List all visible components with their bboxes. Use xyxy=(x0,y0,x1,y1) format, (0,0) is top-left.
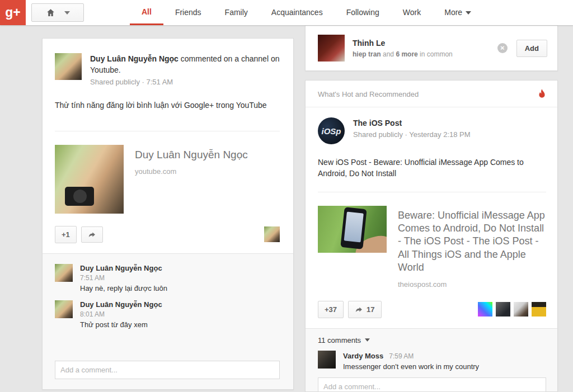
tab-family[interactable]: Family xyxy=(213,0,260,25)
attachment-source: youtube.com xyxy=(135,167,248,176)
comment-time: 7:59 AM xyxy=(389,352,414,360)
tab-more[interactable]: More xyxy=(433,0,483,25)
section-title: What's Hot and Recommended xyxy=(318,90,538,98)
post-author-name[interactable]: Duy Luân Nguyễn Ngọc xyxy=(90,54,179,63)
comment-author[interactable]: Vardy Moss xyxy=(343,352,383,360)
link-attachment[interactable]: Beware: Unofficial iMessage App Comes to… xyxy=(318,192,546,289)
chevron-down-icon xyxy=(64,11,70,15)
comment-author[interactable]: Duy Luân Nguyễn Ngọc xyxy=(80,264,167,272)
comments-section: Duy Luân Nguyễn Ngọc 7:51 AM Hay nè, rep… xyxy=(43,253,293,389)
post-body-text: Thử tính năng đăng lời bình luận với Goo… xyxy=(55,101,280,110)
post-meta: Shared publicly · Yesterday 2:18 PM xyxy=(353,130,546,139)
comment: Duy Luân Nguyễn Ngọc 7:51 AM Hay nè, rep… xyxy=(55,264,280,292)
attachment-thumbnail[interactable] xyxy=(318,206,387,253)
whats-hot-header: What's Hot and Recommended xyxy=(306,81,557,107)
share-button[interactable]: 17 xyxy=(348,301,381,318)
comment: Duy Luân Nguyễn Ngọc 8:01 AM Thử post từ… xyxy=(55,300,280,329)
attachment-title[interactable]: Duy Luân Nguyễn Ngọc xyxy=(135,148,248,162)
post-header: Duy Luân Nguyễn Ngọc commented on a chan… xyxy=(55,53,280,86)
googleplus-logo[interactable]: g+ xyxy=(0,0,26,25)
suggestion-avatar[interactable] xyxy=(318,35,345,62)
flame-icon xyxy=(538,89,546,100)
home-icon xyxy=(46,8,55,17)
commenter-avatar[interactable] xyxy=(318,351,336,369)
comment-author[interactable]: Duy Luân Nguyễn Ngọc xyxy=(80,300,162,309)
camera-graphic xyxy=(65,187,94,206)
resharer-avatar[interactable] xyxy=(478,302,492,317)
comment: Vardy Moss 7:59 AM Imessenger don't even… xyxy=(306,351,557,371)
commenter-avatar[interactable] xyxy=(55,264,73,282)
post-header: iOSp The iOS Post Shared publicly · Yest… xyxy=(318,117,546,144)
share-count: 17 xyxy=(367,305,374,314)
avatar-monogram: iOSp xyxy=(321,126,341,136)
link-attachment[interactable]: Duy Luân Nguyễn Ngọc youtube.com xyxy=(55,131,280,214)
friend-suggestion-card: Thinh Le hiep tran and 6 more in common … xyxy=(305,25,558,71)
plus-one-button[interactable]: +1 xyxy=(55,226,77,243)
comments-count-label: 11 comments xyxy=(318,336,361,344)
tab-work[interactable]: Work xyxy=(391,0,433,25)
tab-all[interactable]: All xyxy=(130,0,163,25)
attachment-source: theiospost.com xyxy=(398,280,546,289)
comment-text: Imessenger don't even work in my country xyxy=(343,362,479,371)
add-comment-input[interactable] xyxy=(55,361,280,379)
post-actions: +1 xyxy=(55,226,280,243)
whats-hot-card: What's Hot and Recommended iOSp The iOS … xyxy=(305,80,558,392)
chevron-down-icon xyxy=(466,11,471,15)
home-dropdown-button[interactable] xyxy=(31,3,84,22)
author-avatar[interactable]: iOSp xyxy=(318,117,345,144)
attachment-title[interactable]: Beware: Unofficial iMessage App Comes to… xyxy=(398,209,546,275)
plus-one-button[interactable]: +37 xyxy=(318,301,344,318)
chevron-down-icon xyxy=(365,338,370,342)
mutual-more-count[interactable]: 6 more xyxy=(396,50,417,58)
share-button[interactable] xyxy=(81,226,103,243)
comments-section: 11 comments Vardy Moss 7:59 AM Imessenge… xyxy=(306,328,557,392)
top-navigation-bar: g+ All Friends Family Acquaintances Foll… xyxy=(0,0,573,25)
phone-graphic xyxy=(340,207,367,249)
comments-count-toggle[interactable]: 11 comments xyxy=(306,329,557,351)
tab-acquaintances[interactable]: Acquaintances xyxy=(260,0,335,25)
comment-time: 7:51 AM xyxy=(80,274,167,282)
mutual-friends-text: hiep tran and 6 more in common xyxy=(353,50,490,58)
comment-text: Hay nè, reply lại được luôn xyxy=(80,284,167,292)
mutual-friend-name[interactable]: hiep tran xyxy=(353,50,381,58)
tab-friends[interactable]: Friends xyxy=(163,0,213,25)
commenter-avatar[interactable] xyxy=(55,300,73,318)
post-card: Duy Luân Nguyễn Ngọc commented on a chan… xyxy=(42,38,294,390)
suggestion-name[interactable]: Thinh Le xyxy=(353,39,490,48)
resharer-avatar[interactable] xyxy=(514,302,528,317)
post-meta: Shared publicly · 7:51 AM xyxy=(90,78,280,86)
resharer-avatar[interactable] xyxy=(532,302,546,317)
comment-text: Thử post từ đây xem xyxy=(80,320,162,329)
add-comment-input[interactable] xyxy=(318,377,546,392)
post-author-name[interactable]: The iOS Post xyxy=(353,119,402,127)
resharer-avatar[interactable] xyxy=(496,302,510,317)
resharer-avatars xyxy=(478,302,546,317)
post-actions: +37 17 xyxy=(318,301,546,318)
post-body-text: New iOS Post - Beware: Unofficial iMessa… xyxy=(318,157,546,180)
share-icon xyxy=(355,306,363,313)
logo-text: g+ xyxy=(5,5,20,20)
comment-time: 8:01 AM xyxy=(80,310,162,318)
attachment-thumbnail[interactable] xyxy=(55,145,124,214)
tab-following[interactable]: Following xyxy=(335,0,391,25)
mutual-text-and: and xyxy=(381,50,396,58)
author-avatar[interactable] xyxy=(55,53,82,80)
share-icon xyxy=(88,231,96,238)
mutual-text-rest: in common xyxy=(418,50,453,58)
tab-more-label: More xyxy=(444,0,462,25)
add-button[interactable]: Add xyxy=(516,40,547,57)
plus-oner-avatar[interactable] xyxy=(264,226,280,242)
circle-tabs: All Friends Family Acquaintances Followi… xyxy=(130,0,483,25)
dismiss-icon[interactable]: × xyxy=(497,43,508,53)
